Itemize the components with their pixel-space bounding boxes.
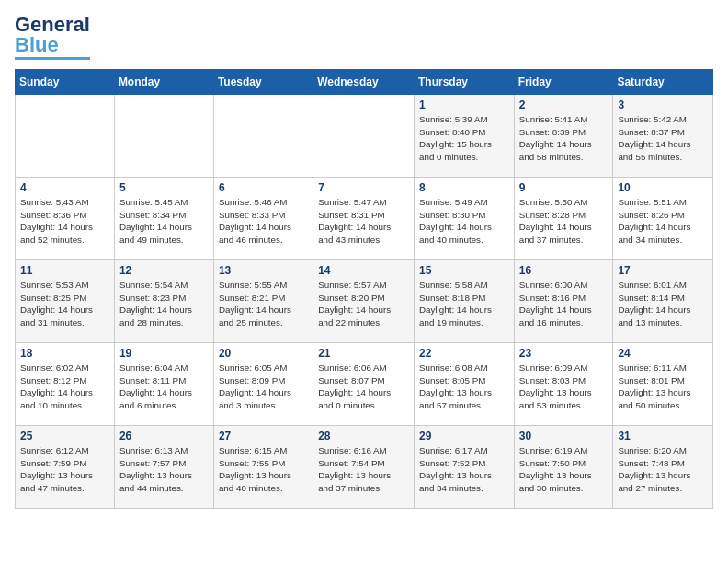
calendar-cell: 11Sunrise: 5:53 AMSunset: 8:25 PMDayligh… <box>16 260 115 343</box>
calendar-cell: 29Sunrise: 6:17 AMSunset: 7:52 PMDayligh… <box>415 426 515 509</box>
day-info: Sunrise: 5:53 AMSunset: 8:25 PMDaylight:… <box>20 279 109 329</box>
day-number: 29 <box>419 430 509 442</box>
calendar-cell: 9Sunrise: 5:50 AMSunset: 8:28 PMDaylight… <box>514 178 613 260</box>
day-number: 1 <box>419 98 509 111</box>
calendar-cell: 19Sunrise: 6:04 AMSunset: 8:11 PMDayligh… <box>114 343 213 426</box>
day-number: 30 <box>519 430 609 442</box>
day-number: 21 <box>318 347 409 360</box>
calendar-cell: 31Sunrise: 6:20 AMSunset: 7:48 PMDayligh… <box>613 426 713 509</box>
day-of-week-monday: Monday <box>114 70 213 95</box>
calendar-cell: 3Sunrise: 5:42 AMSunset: 8:37 PMDaylight… <box>613 95 713 178</box>
day-info: Sunrise: 5:54 AMSunset: 8:23 PMDaylight:… <box>119 279 209 329</box>
day-number: 3 <box>618 98 708 111</box>
day-number: 31 <box>618 430 708 442</box>
day-number: 15 <box>419 264 509 277</box>
calendar-cell: 17Sunrise: 6:01 AMSunset: 8:14 PMDayligh… <box>613 260 713 343</box>
day-info: Sunrise: 6:06 AMSunset: 8:07 PMDaylight:… <box>318 362 409 412</box>
day-number: 14 <box>318 264 409 277</box>
day-info: Sunrise: 6:15 AMSunset: 7:55 PMDaylight:… <box>219 444 308 495</box>
day-info: Sunrise: 5:42 AMSunset: 8:37 PMDaylight:… <box>618 113 708 164</box>
day-info: Sunrise: 6:13 AMSunset: 7:57 PMDaylight:… <box>119 444 209 495</box>
day-info: Sunrise: 6:20 AMSunset: 7:48 PMDaylight:… <box>618 444 708 495</box>
day-number: 26 <box>119 430 209 442</box>
day-number: 28 <box>318 430 409 442</box>
day-number: 18 <box>20 347 109 360</box>
day-info: Sunrise: 6:16 AMSunset: 7:54 PMDaylight:… <box>318 444 409 495</box>
day-info: Sunrise: 6:19 AMSunset: 7:50 PMDaylight:… <box>519 444 609 495</box>
day-number: 13 <box>219 264 308 277</box>
calendar-cell: 12Sunrise: 5:54 AMSunset: 8:23 PMDayligh… <box>114 260 213 343</box>
calendar-week-row: 18Sunrise: 6:02 AMSunset: 8:12 PMDayligh… <box>16 343 713 426</box>
day-number: 20 <box>219 347 308 360</box>
calendar-cell: 20Sunrise: 6:05 AMSunset: 8:09 PMDayligh… <box>213 343 313 426</box>
day-number: 27 <box>219 430 308 442</box>
calendar-cell: 10Sunrise: 5:51 AMSunset: 8:26 PMDayligh… <box>613 178 713 260</box>
day-number: 10 <box>618 181 708 194</box>
day-of-week-sunday: Sunday <box>16 70 115 95</box>
calendar-cell: 27Sunrise: 6:15 AMSunset: 7:55 PMDayligh… <box>213 426 313 509</box>
day-info: Sunrise: 6:05 AMSunset: 8:09 PMDaylight:… <box>219 362 308 412</box>
day-number: 5 <box>119 181 209 194</box>
logo-blue: Blue <box>15 33 59 56</box>
calendar-cell: 28Sunrise: 6:16 AMSunset: 7:54 PMDayligh… <box>313 426 415 509</box>
calendar-cell: 2Sunrise: 5:41 AMSunset: 8:39 PMDaylight… <box>514 95 613 178</box>
day-number: 19 <box>119 347 209 360</box>
day-number: 9 <box>519 181 609 194</box>
day-number: 2 <box>519 98 609 111</box>
day-number: 8 <box>419 181 509 194</box>
day-info: Sunrise: 6:09 AMSunset: 8:03 PMDaylight:… <box>519 362 609 412</box>
day-number: 24 <box>618 347 708 360</box>
day-number: 25 <box>20 430 109 442</box>
calendar-cell: 13Sunrise: 5:55 AMSunset: 8:21 PMDayligh… <box>213 260 313 343</box>
calendar-cell: 21Sunrise: 6:06 AMSunset: 8:07 PMDayligh… <box>313 343 415 426</box>
day-number: 6 <box>219 181 308 194</box>
day-of-week-thursday: Thursday <box>415 70 515 95</box>
calendar-cell <box>213 95 313 178</box>
calendar-cell: 23Sunrise: 6:09 AMSunset: 8:03 PMDayligh… <box>514 343 613 426</box>
calendar-cell: 15Sunrise: 5:58 AMSunset: 8:18 PMDayligh… <box>415 260 515 343</box>
calendar-cell: 25Sunrise: 6:12 AMSunset: 7:59 PMDayligh… <box>16 426 115 509</box>
day-of-week-wednesday: Wednesday <box>313 70 415 95</box>
day-of-week-friday: Friday <box>514 70 613 95</box>
day-of-week-tuesday: Tuesday <box>213 70 313 95</box>
day-number: 16 <box>519 264 609 277</box>
day-info: Sunrise: 5:43 AMSunset: 8:36 PMDaylight:… <box>20 196 109 247</box>
day-info: Sunrise: 5:49 AMSunset: 8:30 PMDaylight:… <box>419 196 509 247</box>
calendar-cell: 5Sunrise: 5:45 AMSunset: 8:34 PMDaylight… <box>114 178 213 260</box>
day-info: Sunrise: 6:01 AMSunset: 8:14 PMDaylight:… <box>618 279 708 329</box>
calendar-cell: 8Sunrise: 5:49 AMSunset: 8:30 PMDaylight… <box>415 178 515 260</box>
day-info: Sunrise: 5:58 AMSunset: 8:18 PMDaylight:… <box>419 279 509 329</box>
calendar-cell: 26Sunrise: 6:13 AMSunset: 7:57 PMDayligh… <box>114 426 213 509</box>
day-info: Sunrise: 5:51 AMSunset: 8:26 PMDaylight:… <box>618 196 708 247</box>
day-info: Sunrise: 5:57 AMSunset: 8:20 PMDaylight:… <box>318 279 409 329</box>
calendar-cell: 22Sunrise: 6:08 AMSunset: 8:05 PMDayligh… <box>415 343 515 426</box>
calendar-cell: 16Sunrise: 6:00 AMSunset: 8:16 PMDayligh… <box>514 260 613 343</box>
day-info: Sunrise: 5:45 AMSunset: 8:34 PMDaylight:… <box>119 196 209 247</box>
calendar-cell: 6Sunrise: 5:46 AMSunset: 8:33 PMDaylight… <box>213 178 313 260</box>
calendar-cell: 24Sunrise: 6:11 AMSunset: 8:01 PMDayligh… <box>613 343 713 426</box>
calendar-cell: 1Sunrise: 5:39 AMSunset: 8:40 PMDaylight… <box>415 95 515 178</box>
day-number: 17 <box>618 264 708 277</box>
calendar-cell: 14Sunrise: 5:57 AMSunset: 8:20 PMDayligh… <box>313 260 415 343</box>
calendar-table: SundayMondayTuesdayWednesdayThursdayFrid… <box>15 69 713 509</box>
day-info: Sunrise: 5:47 AMSunset: 8:31 PMDaylight:… <box>318 196 409 247</box>
day-info: Sunrise: 5:55 AMSunset: 8:21 PMDaylight:… <box>219 279 308 329</box>
calendar-week-row: 25Sunrise: 6:12 AMSunset: 7:59 PMDayligh… <box>16 426 713 509</box>
logo-text: GeneralBlue <box>15 15 90 55</box>
calendar-cell: 18Sunrise: 6:02 AMSunset: 8:12 PMDayligh… <box>16 343 115 426</box>
day-number: 4 <box>20 181 109 194</box>
logo: GeneralBlue <box>15 15 90 60</box>
day-info: Sunrise: 6:12 AMSunset: 7:59 PMDaylight:… <box>20 444 109 495</box>
day-info: Sunrise: 6:02 AMSunset: 8:12 PMDaylight:… <box>20 362 109 412</box>
calendar-cell <box>313 95 415 178</box>
day-info: Sunrise: 5:39 AMSunset: 8:40 PMDaylight:… <box>419 113 509 164</box>
day-info: Sunrise: 6:11 AMSunset: 8:01 PMDaylight:… <box>618 362 708 412</box>
day-info: Sunrise: 6:04 AMSunset: 8:11 PMDaylight:… <box>119 362 209 412</box>
day-number: 23 <box>519 347 609 360</box>
calendar-week-row: 1Sunrise: 5:39 AMSunset: 8:40 PMDaylight… <box>16 95 713 178</box>
day-info: Sunrise: 6:08 AMSunset: 8:05 PMDaylight:… <box>419 362 509 412</box>
day-number: 22 <box>419 347 509 360</box>
day-info: Sunrise: 6:00 AMSunset: 8:16 PMDaylight:… <box>519 279 609 329</box>
calendar-week-row: 4Sunrise: 5:43 AMSunset: 8:36 PMDaylight… <box>16 178 713 260</box>
day-number: 11 <box>20 264 109 277</box>
